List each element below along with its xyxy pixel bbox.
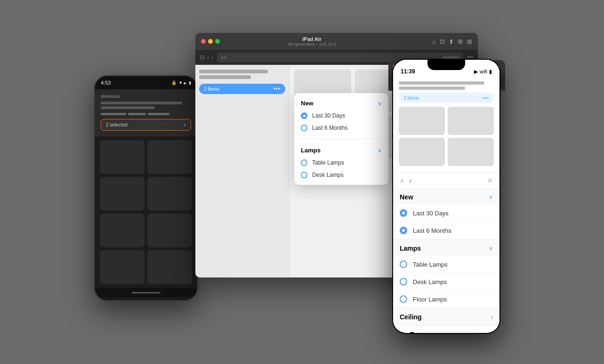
iphone-cell-2 <box>448 107 494 135</box>
iphone-cell-1 <box>399 107 445 135</box>
iphone-title-line-1 <box>399 81 484 85</box>
iphone-popup-lamps-item-1[interactable]: Table Lamps <box>393 256 499 273</box>
android-phone: 4:53 🔒 ▼▲ ▮ shortcuts 2 selected ▾ <box>94 75 198 301</box>
iphone-signal-icon: ▶ <box>474 69 478 75</box>
ipad-items-dots-icon: ••• <box>273 86 281 92</box>
ipad-dp-lamps-section: Lamps ∨ Table Lamps Desk Lamps <box>294 140 388 185</box>
iphone-screen: 11:39 ▶ wifi ▮ 3 Items ••• <box>393 60 499 333</box>
android-header-title: shortcuts <box>101 94 191 99</box>
iphone-popup-new-item-1[interactable]: Last 30 Days <box>393 205 499 222</box>
android-cell-4 <box>147 177 192 211</box>
android-title-line-1 <box>101 102 182 104</box>
iphone-popup-close-icon[interactable]: ✕ <box>487 177 493 184</box>
iphone-popup-ceiling-chevron-icon: › <box>491 313 493 321</box>
android-title-line-2 <box>101 106 155 109</box>
iphone-popup-ceiling-nav[interactable]: Ceiling › <box>393 309 499 325</box>
android-home-bar <box>132 292 160 293</box>
iphone-popup-lamps-item-2-text: Desk Lamps <box>413 278 447 285</box>
ipad-settings-icon[interactable]: ⚙ <box>458 38 463 45</box>
ipad-nav-icons: ⊟ ‹ › <box>200 54 213 61</box>
signal-icon: ▼▲ <box>178 80 187 85</box>
iphone-items-row[interactable]: 3 Items ••• <box>399 93 494 103</box>
iphone-popup-radio-2 <box>400 227 407 234</box>
ipad-titlebar: iPad Air 4th generation – iOS 16.0 ⌂ ⊡ ⬆… <box>195 33 478 50</box>
ipad-sidebar-line-2 <box>199 75 251 79</box>
iphone-top-section: 3 Items ••• <box>393 77 499 173</box>
ipad-items-count: 2 Items <box>204 87 219 92</box>
iphone-popup-nav: ∧ ∨ ✕ <box>393 173 499 189</box>
ipad-forward-icon[interactable]: › <box>211 54 213 61</box>
lock-icon: 🔒 <box>171 80 177 85</box>
android-dropdown-arrow-icon: ▾ <box>184 122 186 127</box>
iphone-time: 11:39 <box>401 68 415 75</box>
ipad-dp-radio-1 <box>301 112 307 119</box>
iphone-popup-lamps-item-3[interactable]: Floor Lamps <box>393 291 499 308</box>
iphone-popup-new-item-2[interactable]: Last 6 Months <box>393 222 499 239</box>
iphone-popup-lamps-title: Lamps <box>400 245 421 252</box>
iphone-popup: ∧ ∨ ✕ New ∨ Last 30 Days <box>393 173 499 333</box>
iphone-popup-new-header[interactable]: New ∨ <box>393 189 499 205</box>
iphone-notch <box>427 60 465 70</box>
ipad-dp-new-header[interactable]: New ∨ <box>294 97 388 110</box>
iphone-popup-lamps-chevron-icon: ∨ <box>489 245 493 252</box>
ipad-back-icon[interactable]: ‹ <box>207 54 209 61</box>
iphone-wifi-icon: wifi <box>480 69 487 74</box>
ipad-screen-icon[interactable]: ⊞ <box>467 38 472 45</box>
iphone-title-lines <box>399 81 494 90</box>
android-time: 4:53 <box>101 80 111 86</box>
battery-icon: ▮ <box>189 80 191 85</box>
android-subtitle-word-1 <box>101 113 126 115</box>
iphone-by-room[interactable]: By Room ∨ <box>393 326 499 333</box>
ipad-dp-lamps-item-1[interactable]: Table Lamps <box>294 157 388 169</box>
iphone-popup-new-chevron-icon: ∨ <box>489 194 493 200</box>
iphone-popup-new-title: New <box>400 193 413 201</box>
iphone-popup-new-item-1-text: Last 30 Days <box>413 210 449 217</box>
iphone-popup-ceiling-section: Ceiling › <box>393 309 499 326</box>
iphone-popup-new-section: New ∨ Last 30 Days Last 6 Months <box>393 189 499 240</box>
iphone-grid <box>399 107 494 169</box>
iphone-popup-up-icon[interactable]: ∧ <box>400 177 404 184</box>
ipad-aa-label: AA <box>221 55 226 60</box>
android-dropdown-text: 2 selected <box>106 122 128 127</box>
iphone-popup-lamps-section: Lamps ∨ Table Lamps Desk Lamps Floor Lam… <box>393 240 499 309</box>
android-grid <box>95 136 197 288</box>
android-bottom-bar <box>95 288 197 297</box>
iphone-title-line-2 <box>399 87 465 90</box>
ipad-dp-lamps-title: Lamps <box>301 147 321 154</box>
iphone-cell-3 <box>399 138 445 166</box>
ipad-dp-lamps-radio-2 <box>301 172 307 178</box>
iphone-popup-lamps-radio-2 <box>400 278 407 285</box>
ipad-home-icon[interactable]: ⌂ <box>432 38 436 45</box>
iphone-battery-icon: ▮ <box>489 69 492 75</box>
iphone-popup-lamps-item-3-text: Floor Lamps <box>413 296 447 303</box>
iphone-popup-down-icon[interactable]: ∨ <box>408 177 413 184</box>
android-cell-2 <box>147 140 192 174</box>
iphone-popup-radio-1 <box>400 209 407 217</box>
ipad-dp-lamps-item-2[interactable]: Desk Lamps <box>294 169 388 181</box>
ipad-dp-lamps-header[interactable]: Lamps ∨ <box>294 144 388 157</box>
iphone-popup-ceiling-title: Ceiling <box>400 313 422 321</box>
iphone-content: 3 Items ••• ∧ ∨ ✕ <box>393 77 499 333</box>
iphone-device: 11:39 ▶ wifi ▮ 3 Items ••• <box>392 59 500 334</box>
ipad-items-bar[interactable]: 2 Items ••• <box>199 84 285 94</box>
iphone-popup-lamps-radio-1 <box>400 261 407 268</box>
ipad-dp-new-item-1[interactable]: Last 30 Days <box>294 110 388 122</box>
android-cell-7 <box>100 250 145 284</box>
ipad-sidebar: 2 Items ••• <box>195 65 290 277</box>
android-dropdown[interactable]: 2 selected ▾ <box>101 119 191 131</box>
ipad-dp-new-title: New <box>301 100 314 107</box>
android-status-bar: 4:53 🔒 ▼▲ ▮ <box>95 76 197 89</box>
iphone-popup-lamps-item-2[interactable]: Desk Lamps <box>393 273 499 291</box>
ipad-sidebar-toggle-icon[interactable]: ⊟ <box>200 54 205 61</box>
ipad-photo-icon[interactable]: ⊡ <box>440 38 445 45</box>
ipad-dp-new-item-2[interactable]: Last 6 Months <box>294 122 388 134</box>
ipad-dp-new-chevron-icon: ∨ <box>378 100 382 107</box>
ipad-dp-item-1-text: Last 30 Days <box>312 112 345 119</box>
ipad-dp-lamps-chevron-icon: ∨ <box>378 147 382 154</box>
iphone-popup-lamps-header[interactable]: Lamps ∨ <box>393 240 499 256</box>
iphone-popup-lamps-radio-3 <box>400 295 407 303</box>
ipad-dp-radio-2 <box>301 125 307 131</box>
ipad-share-icon[interactable]: ⬆ <box>449 38 454 45</box>
ipad-dropdown-popup: New ∨ Last 30 Days Last 6 Months Lamps ∨ <box>294 93 388 185</box>
iphone-items-dots-icon: ••• <box>482 95 489 101</box>
